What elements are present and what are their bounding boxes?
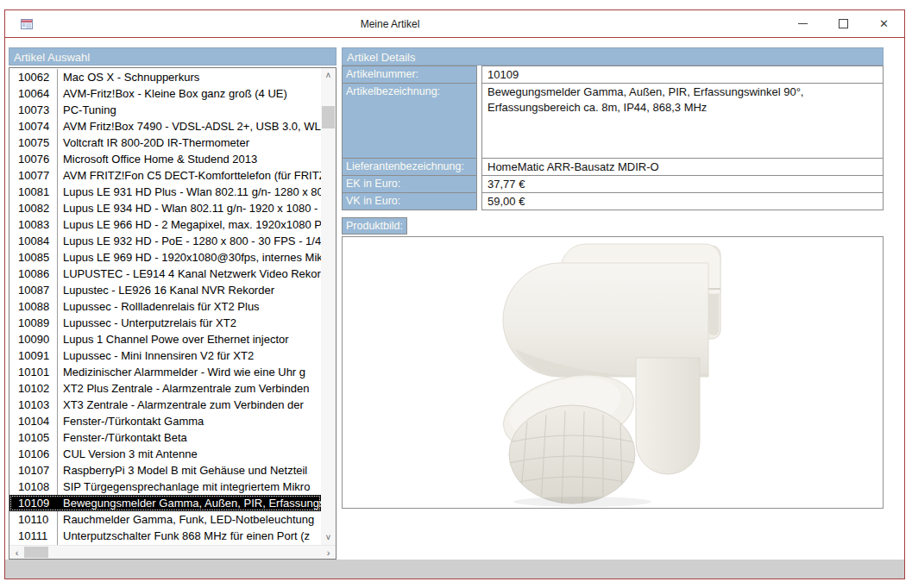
minimize-button[interactable] (783, 10, 823, 37)
list-item-id: 10081 (9, 184, 58, 200)
list-item-name: Lupussec - Unterputzrelais für XT2 (58, 315, 321, 331)
list-item[interactable]: 10076Microsoft Office Home & Studend 201… (9, 151, 321, 167)
list-item-id: 10107 (9, 462, 58, 479)
article-list-header: Artikel Auswahl (9, 47, 336, 66)
list-item-id: 10086 (9, 266, 58, 282)
list-item-name: Lupus LE 969 HD - 1920x1080@30fps, inter… (58, 249, 321, 266)
list-item-name: XT3 Zentrale - Alarmzentrale zum Verbind… (58, 397, 321, 413)
list-item-id: 10091 (9, 347, 58, 364)
vscroll-up-icon[interactable]: ˄ (321, 68, 336, 83)
list-item[interactable]: 10111Unterputzschalter Funk 868 MHz für … (9, 528, 321, 544)
list-item[interactable]: 10091Lupussec - Mini Innensiren V2 für X… (9, 347, 321, 364)
list-item[interactable]: 10104Fenster-/Türkontakt Gamma (9, 413, 321, 429)
field-label: EK in Euro: (342, 175, 477, 193)
list-item-name: AVM Fritz!Box 7490 - VDSL-ADSL 2+, USB 3… (58, 118, 321, 134)
list-item-name: Lupussec - Rollladenrelais für XT2 Plus (58, 298, 321, 315)
list-item-id: 10085 (9, 249, 58, 266)
list-item[interactable]: 10107RaspberryPi 3 Model B mit Gehäuse u… (9, 462, 321, 479)
product-image-frame (342, 236, 884, 509)
list-item[interactable]: 10090Lupus 1 Channel Powe over Ethernet … (9, 331, 321, 347)
list-item-name: Lupustec - LE926 16 Kanal NVR Rekorder (58, 282, 321, 298)
list-item-name: Lupus LE 931 HD Plus - Wlan 802.11 g/n- … (58, 184, 321, 200)
list-item-id: 10102 (9, 380, 58, 397)
list-item-name: AVM FRITZ!Fon C5 DECT-Komforttelefon (fü… (58, 167, 321, 184)
list-item-id: 10062 (9, 69, 58, 85)
list-item[interactable]: 10110Rauchmelder Gamma, Funk, LED-Notbel… (9, 511, 321, 528)
list-item[interactable]: 10082Lupus LE 934 HD - Wlan 802.11 g/n- … (9, 200, 321, 216)
list-item[interactable]: 10109Bewegungsmelder Gamma, Außen, PIR, … (9, 495, 321, 511)
list-item[interactable]: 10075Voltcraft IR 800-20D IR-Thermometer (9, 134, 321, 151)
list-item-id: 10101 (9, 364, 58, 380)
list-item[interactable]: 10089Lupussec - Unterputzrelais für XT2 (9, 315, 321, 331)
list-item-name: CUL Version 3 mit Antenne (58, 446, 321, 462)
list-item[interactable]: 10064AVM-Fritz!Box - Kleine Box ganz gro… (9, 85, 321, 102)
list-item-id: 10075 (9, 134, 58, 151)
vscroll-down-icon[interactable]: ˅ (321, 530, 336, 545)
list-item[interactable]: 10087Lupustec - LE926 16 Kanal NVR Rekor… (9, 282, 321, 298)
list-item-name: Lupussec - Mini Innensiren V2 für XT2 (58, 347, 321, 364)
list-item-id: 10109 (9, 495, 58, 511)
article-listbox[interactable]: 10062Mac OS X - Schnupperkurs10064AVM-Fr… (9, 67, 336, 560)
list-item[interactable]: 10101Medizinischer Alarmmelder - Wird wi… (9, 364, 321, 380)
list-item[interactable]: 10103XT3 Zentrale - Alarmzentrale zum Ve… (9, 397, 321, 413)
field-value[interactable]: 37,77 € (481, 175, 884, 193)
detail-fields: Artikelnummer:10109Artikelbezeichnung:Be… (342, 66, 884, 210)
list-vscrollbar[interactable]: ˄ ˅ (321, 68, 336, 545)
list-item[interactable]: 10088Lupussec - Rollladenrelais für XT2 … (9, 298, 321, 315)
list-item-id: 10089 (9, 315, 58, 331)
list-item[interactable]: 10077AVM FRITZ!Fon C5 DECT-Komforttelefo… (9, 167, 321, 184)
list-hscrollbar[interactable]: ‹ › (9, 545, 336, 559)
list-item-id: 10087 (9, 282, 58, 298)
close-button[interactable]: ✕ (864, 10, 904, 37)
form-footer (5, 560, 904, 579)
list-item-name: SIP Türgegensprechanlage mit integrierte… (58, 479, 321, 495)
detail-field-row: Lieferantenbezeichnung:HomeMatic ARR-Bau… (342, 158, 884, 176)
list-item-id: 10108 (9, 479, 58, 495)
list-item[interactable]: 10086LUPUSTEC - LE914 4 Kanal Netzwerk V… (9, 266, 321, 282)
hscroll-right-icon[interactable]: › (321, 546, 336, 559)
detail-field-row: Artikelnummer:10109 (342, 66, 884, 84)
list-item-id: 10084 (9, 233, 58, 249)
field-value[interactable]: 10109 (481, 66, 884, 84)
list-item-name: AVM-Fritz!Box - Kleine Box ganz groß (4 … (58, 85, 321, 102)
list-item-name: Lupus LE 932 HD - PoE - 1280 x 800 - 30 … (58, 233, 321, 249)
field-value[interactable]: 59,00 € (481, 192, 884, 210)
list-item-id: 10082 (9, 200, 58, 216)
product-image (343, 237, 883, 508)
list-item[interactable]: 10102XT2 Plus Zentrale - Alarmzentrale z… (9, 380, 321, 397)
list-item-name: Rauchmelder Gamma, Funk, LED-Notbeleucht… (58, 511, 321, 528)
list-item[interactable]: 10085Lupus LE 969 HD - 1920x1080@30fps, … (9, 249, 321, 266)
hscroll-left-icon[interactable]: ‹ (9, 546, 24, 559)
hscroll-thumb[interactable] (24, 547, 48, 558)
list-item-id: 10103 (9, 397, 58, 413)
list-item-id: 10088 (9, 298, 58, 315)
list-item-id: 10105 (9, 429, 58, 446)
field-value[interactable]: Bewegungsmelder Gamma, Außen, PIR, Erfas… (481, 83, 884, 159)
list-item[interactable]: 10108SIP Türgegensprechanlage mit integr… (9, 479, 321, 495)
list-item-id: 10083 (9, 216, 58, 233)
field-value[interactable]: HomeMatic ARR-Bausatz MDIR-O (481, 158, 884, 176)
maximize-button[interactable] (823, 10, 864, 37)
close-icon: ✕ (879, 18, 889, 29)
list-item-id: 10090 (9, 331, 58, 347)
list-item[interactable]: 10083Lupus LE 966 HD - 2 Megapixel, max.… (9, 216, 321, 233)
vscroll-thumb[interactable] (322, 106, 335, 128)
maximize-icon (839, 19, 848, 28)
list-item[interactable]: 10105Fenster-/Türkontakt Beta (9, 429, 321, 446)
list-item-name: Voltcraft IR 800-20D IR-Thermometer (58, 134, 321, 151)
minimize-icon (798, 23, 808, 24)
list-item[interactable]: 10081Lupus LE 931 HD Plus - Wlan 802.11 … (9, 184, 321, 200)
field-label: Artikelnummer: (342, 66, 477, 84)
list-item[interactable]: 10074AVM Fritz!Box 7490 - VDSL-ADSL 2+, … (9, 118, 321, 134)
list-item-name: Lupus 1 Channel Powe over Ethernet injec… (58, 331, 321, 347)
list-item-name: Medizinischer Alarmmelder - Wird wie ein… (58, 364, 321, 380)
list-item-name: LUPUSTEC - LE914 4 Kanal Netzwerk Video … (58, 266, 321, 282)
list-item[interactable]: 10062Mac OS X - Schnupperkurs (9, 69, 321, 85)
list-item[interactable]: 10073PC-Tuning (9, 102, 321, 118)
list-item-name: RaspberryPi 3 Model B mit Gehäuse und Ne… (58, 462, 321, 479)
list-item-id: 10064 (9, 85, 58, 102)
product-image-label: Produktbild: (342, 217, 407, 235)
list-item-id: 10077 (9, 167, 58, 184)
list-item[interactable]: 10084Lupus LE 932 HD - PoE - 1280 x 800 … (9, 233, 321, 249)
list-item[interactable]: 10106CUL Version 3 mit Antenne (9, 446, 321, 462)
